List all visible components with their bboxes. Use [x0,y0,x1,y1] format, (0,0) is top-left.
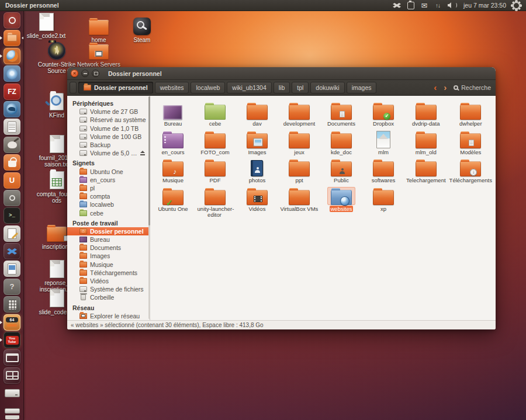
file-item[interactable]: unity-launcher-editor [194,184,236,218]
maximize-button[interactable] [92,70,99,77]
sidebar-row[interactable]: Volume de 5,0 MB [67,149,150,157]
sidebar-row[interactable]: Images [67,252,150,260]
sidebar-row[interactable]: localweb [67,200,150,209]
file-item[interactable]: Telechargement [404,155,448,184]
sidebar-row[interactable]: Corbeille [67,293,150,301]
window-launcher[interactable] [0,349,24,366]
sidebar-row[interactable]: Backup [67,141,150,149]
dropbox-launcher[interactable] [0,243,24,259]
file-item[interactable]: Bureau [152,99,194,127]
sidebar-row[interactable]: Dossier personnel [67,227,150,235]
sidebar-row[interactable]: Volume de 100 GB [67,133,150,141]
file-item[interactable]: mlm_old [404,127,448,156]
pathbar-button[interactable]: tpl [292,82,309,93]
file-item[interactable]: FOTO_com [194,127,236,156]
wine-64-launcher[interactable]: 64 [0,314,24,331]
file-item[interactable]: jeux [278,127,320,156]
pathbar-button[interactable]: lib [274,82,290,93]
file-item[interactable]: VirtualBox VMs [278,184,320,218]
sidebar-row[interactable]: Ubuntu One [67,168,150,176]
file-item[interactable]: Vidéos [236,184,278,218]
pathbar-button[interactable]: websites [155,82,189,93]
sidebar-row[interactable]: pl [67,184,150,192]
dash-home-button[interactable] [0,12,24,29]
file-item[interactable]: Public [320,155,362,184]
sidebar-row[interactable]: Système de fichiers [67,285,150,293]
desktop-icon-steam[interactable]: Steam [120,15,164,43]
file-item[interactable]: xp [362,184,404,218]
disk-launcher[interactable] [0,385,24,401]
file-item[interactable]: mlm [362,127,404,156]
file-item[interactable]: photos [236,155,278,184]
file-item[interactable]: Images [236,127,278,156]
sidebar-row[interactable]: Téléchargements [67,269,150,277]
search-button[interactable]: Recherche [454,84,491,91]
sidebar-row[interactable]: Documents [67,244,150,252]
help-launcher[interactable]: ? [0,279,24,295]
software-center-launcher[interactable] [0,154,24,171]
sidebar-scrollbar-thumb[interactable] [148,96,150,225]
calculator-launcher[interactable] [0,296,24,313]
file-item[interactable]: Documents [320,99,362,127]
dropbox-tray-icon[interactable] [393,1,401,10]
chromium-launcher[interactable] [0,65,24,82]
system-settings-launcher[interactable] [0,190,24,206]
window-titlebar[interactable]: Dossier personnel [67,67,496,80]
sidebar-scrollbar[interactable] [148,96,150,319]
pathbar-button[interactable]: images [347,82,377,93]
sidebar-row[interactable]: Périphériques [67,99,150,107]
forward-chevron-icon[interactable]: › [444,82,447,93]
files-launcher[interactable] [0,30,24,46]
file-item[interactable]: Modèles [448,127,494,156]
desktop-icon-network-servers[interactable]: Network Servers [77,40,121,68]
disk-stack-launcher[interactable] [0,403,24,419]
file-item[interactable]: Musique [152,155,194,184]
file-item[interactable]: Ubuntu One [152,184,194,218]
messaging-menu-icon[interactable] [421,1,428,10]
sidebar-row[interactable]: Vidéos [67,277,150,285]
sidebar-row[interactable]: Réservé au système [67,116,150,124]
pathbar-button[interactable]: dokuwiki [310,82,344,93]
pathbar-scroll-stub[interactable] [70,82,77,93]
clipboard-indicator-icon[interactable] [407,2,414,9]
file-item[interactable]: websites [320,184,362,218]
file-item[interactable]: Dropbox [362,99,404,127]
gimp-launcher[interactable] [0,137,24,153]
clock-menu[interactable]: jeu 7 mar 23:50 [463,1,506,10]
file-item[interactable]: dvdrip-data [404,99,448,127]
sidebar-row[interactable]: Explorer le réseau [67,312,150,320]
file-item[interactable]: dwhelper [448,99,494,127]
file-item[interactable]: PDF [194,155,236,184]
eject-icon[interactable] [140,151,145,155]
file-item[interactable]: Téléchargements [448,155,494,184]
libreoffice-writer-launcher[interactable] [0,119,24,135]
sidebar-row[interactable]: Réseau [67,304,150,312]
file-item[interactable]: en_cours [152,127,194,156]
firefox-launcher[interactable] [0,48,24,64]
back-chevron-icon[interactable]: ‹ [434,82,437,93]
libreoffice-impress-launcher[interactable] [0,261,24,277]
sidebar-row[interactable]: Volume de 1,0 TB [67,124,150,133]
file-item[interactable]: dav [236,99,278,127]
terminal-launcher[interactable]: >_ [0,207,24,224]
sidebar-row[interactable]: Bureau [67,235,150,244]
close-button[interactable] [71,70,78,77]
pathbar-button[interactable]: Dossier personnel [78,82,153,93]
sidebar-row[interactable]: cebe [67,209,150,217]
text-editor-launcher[interactable] [0,225,24,242]
sound-menu-icon[interactable] [448,1,457,10]
pathbar-button[interactable]: wiki_ub1304 [227,82,271,93]
youtube-launcher[interactable]: You Tube [0,332,24,348]
sidebar-row[interactable]: Poste de travail [67,219,150,227]
sidebar-row[interactable]: Signets [67,159,150,167]
file-item[interactable]: ppt [278,155,320,184]
thunderbird-launcher[interactable] [0,101,24,117]
sidebar-row[interactable]: Volume de 27 GB [67,107,150,116]
ubuntu-one-launcher[interactable]: U [0,172,24,189]
file-item[interactable]: development [278,99,320,127]
workspace-switcher-launcher[interactable] [0,367,24,384]
file-item[interactable]: kde_doc [320,127,362,156]
sidebar-row[interactable]: compta [67,192,150,200]
sidebar-row[interactable]: Musique [67,261,150,269]
desktop-icon-home[interactable]: home [77,15,121,43]
